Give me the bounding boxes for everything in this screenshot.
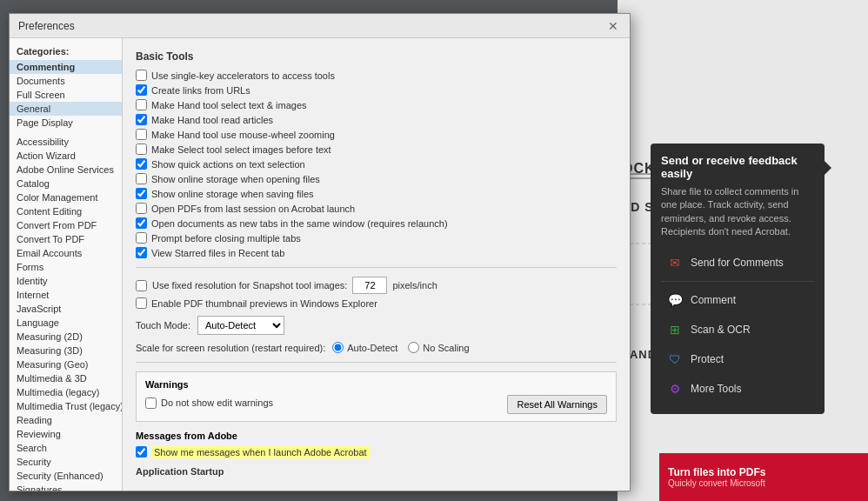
checkbox-online-save[interactable] [136, 188, 147, 199]
messages-checkbox-row: Show me messages when I launch Adobe Acr… [136, 446, 617, 458]
preferences-dialog: Preferences ✕ Categories: Commenting Doc… [9, 13, 631, 491]
checkbox-row-new-tabs: Open documents as new tabs in the same w… [136, 217, 617, 229]
banner-subtitle: Quickly convert Microsoft [668, 478, 859, 488]
main-settings-panel: Basic Tools Use single-key accelerators … [123, 38, 630, 491]
sidebar-item-forms[interactable]: Forms [10, 260, 122, 274]
menu-item-comment[interactable]: 💬 Comment [661, 285, 814, 315]
checkbox-row-online-open: Show online storage when opening files [136, 173, 617, 184]
app-startup-title: Application Startup [136, 466, 617, 477]
reset-all-warnings-button[interactable]: Reset All Warnings [507, 395, 607, 414]
checkbox-row-create-links: Create links from URLs [136, 84, 617, 96]
checkbox-no-edit-warnings[interactable] [145, 397, 157, 409]
more-tools-icon: ⚙ [666, 380, 684, 397]
checkbox-open-pdfs[interactable] [136, 203, 147, 214]
sidebar-item-multimedia-trust[interactable]: Multimedia Trust (legacy) [10, 399, 122, 413]
sidebar-item-catalog[interactable]: Catalog [10, 177, 122, 190]
sidebar-item-identity[interactable]: Identity [10, 274, 122, 288]
sidebar-item-language[interactable]: Language [10, 316, 122, 330]
protect-label: Protect [691, 353, 724, 365]
dialog-close-button[interactable]: ✕ [605, 19, 621, 33]
checkbox-row-select-images: Make Select tool select images before te… [136, 144, 617, 155]
snapshot-resolution-input[interactable] [352, 277, 387, 294]
checkbox-label-starred: View Starred files in Recent tab [151, 248, 284, 258]
protect-icon: 🛡 [666, 351, 684, 368]
sidebar-item-search[interactable]: Search [10, 441, 122, 455]
dialog-title: Preferences [18, 20, 75, 32]
menu-item-protect[interactable]: 🛡 Protect [661, 344, 814, 374]
sidebar-item-convert-to[interactable]: Convert To PDF [10, 232, 122, 246]
dialog-titlebar: Preferences ✕ [10, 14, 630, 38]
checkbox-hand-read[interactable] [136, 114, 147, 125]
sidebar-item-measuring-geo[interactable]: Measuring (Geo) [10, 357, 122, 371]
send-comments-label: Send for Comments [691, 257, 784, 269]
sidebar-item-color-mgmt[interactable]: Color Management [10, 190, 122, 204]
basic-tools-section-title: Basic Tools [136, 50, 617, 63]
sidebar-item-javascript[interactable]: JavaScript [10, 302, 122, 316]
checkbox-label-no-edit-warnings: Do not show edit warnings [161, 397, 273, 408]
touch-mode-row: Touch Mode: Auto-Detect Touch Mouse [136, 316, 617, 335]
checkbox-select-images[interactable] [136, 144, 147, 155]
checkbox-label-create-links: Create links from URLs [151, 85, 250, 96]
checkbox-starred[interactable] [136, 247, 147, 258]
dialog-body: Categories: Commenting Documents Full Sc… [10, 38, 630, 491]
checkbox-quick-actions[interactable] [136, 158, 147, 170]
checkbox-messages[interactable] [136, 446, 147, 458]
checkbox-pdf-thumbnails[interactable] [136, 297, 147, 309]
sidebar-item-multimedia-legacy[interactable]: Multimedia (legacy) [10, 385, 122, 399]
scan-ocr-icon: ⊞ [666, 321, 684, 338]
sidebar-item-accessibility[interactable]: Accessibility [10, 135, 122, 149]
sidebar-item-page-display[interactable]: Page Display [10, 116, 122, 130]
scale-no-scaling-radio[interactable] [408, 342, 419, 353]
sidebar-item-reading[interactable]: Reading [10, 413, 122, 427]
scale-auto-radio[interactable] [332, 342, 344, 353]
menu-item-scan-ocr[interactable]: ⊞ Scan & OCR [661, 315, 814, 344]
sidebar-item-adobe-online[interactable]: Adobe Online Services [10, 163, 122, 177]
checkbox-create-links[interactable] [136, 84, 147, 96]
sidebar-item-multimedia-3d[interactable]: Multimedia & 3D [10, 371, 122, 385]
checkbox-row-online-save: Show online storage when saving files [136, 188, 617, 199]
checkbox-single-key[interactable] [136, 70, 147, 81]
sidebar-item-email[interactable]: Email Accounts [10, 246, 122, 260]
scale-auto-label[interactable]: Auto-Detect [332, 342, 397, 353]
send-comments-icon: ✉ [666, 254, 684, 271]
menu-item-send-comments[interactable]: ✉ Send for Comments [661, 248, 814, 277]
menu-divider-1 [661, 281, 814, 282]
touch-mode-select[interactable]: Auto-Detect Touch Mouse [197, 316, 284, 335]
checkbox-snapshot[interactable] [136, 280, 147, 291]
sidebar-item-internet[interactable]: Internet [10, 288, 122, 302]
sidebar-item-content-editing[interactable]: Content Editing [10, 204, 122, 218]
sidebar-item-measuring-3d[interactable]: Measuring (3D) [10, 344, 122, 357]
menu-item-more-tools[interactable]: ⚙ More Tools [661, 374, 814, 404]
checkbox-prompt-close[interactable] [136, 232, 147, 244]
checkbox-row-hand-scroll: Make Hand tool use mouse-wheel zooming [136, 129, 617, 140]
scale-no-scaling-label[interactable]: No Scaling [408, 342, 469, 353]
checkbox-hand-scroll[interactable] [136, 129, 147, 140]
touch-mode-label: Touch Mode: [136, 320, 190, 331]
checkbox-hand-select[interactable] [136, 99, 147, 110]
sidebar-item-security-enhanced[interactable]: Security (Enhanced) [10, 469, 122, 483]
checkbox-row-pdf-thumbnails: Enable PDF thumbnail previews in Windows… [136, 297, 617, 309]
sidebar-item-security[interactable]: Security [10, 455, 122, 469]
sidebar-item-convert-from[interactable]: Convert From PDF [10, 218, 122, 232]
sidebar-item-reviewing[interactable]: Reviewing [10, 427, 122, 441]
checkbox-label-open-pdfs: Open PDFs from last session on Acrobat l… [151, 204, 355, 214]
checkbox-online-open[interactable] [136, 173, 147, 184]
scan-ocr-label: Scan & OCR [691, 324, 751, 336]
pdf-bottom-banner: Turn files into PDFs Quickly convert Mic… [659, 453, 868, 501]
checkbox-row-prompt-close: Prompt before closing multiple tabs [136, 232, 617, 244]
tooltip-arrow [825, 161, 831, 175]
sidebar-item-full-screen[interactable]: Full Screen [10, 88, 122, 102]
checkbox-new-tabs[interactable] [136, 217, 147, 229]
sidebar-item-action-wizard[interactable]: Action Wizard [10, 149, 122, 163]
sidebar-item-signatures[interactable]: Signatures [10, 483, 122, 491]
separator-1 [136, 267, 617, 268]
scale-label: Scale for screen resolution (restart req… [136, 343, 325, 353]
snapshot-row: Use fixed resolution for Snapshot tool i… [136, 277, 617, 294]
sidebar-item-general[interactable]: General [10, 102, 122, 116]
checkbox-label-hand-scroll: Make Hand tool use mouse-wheel zooming [151, 130, 335, 140]
checkbox-row-quick-actions: Show quick actions on text selection [136, 158, 617, 170]
warnings-box: Warnings Do not show edit warnings Reset… [136, 371, 617, 422]
sidebar-item-documents[interactable]: Documents [10, 74, 122, 88]
sidebar-item-measuring-2d[interactable]: Measuring (2D) [10, 330, 122, 344]
sidebar-item-commenting[interactable]: Commenting [10, 60, 122, 74]
